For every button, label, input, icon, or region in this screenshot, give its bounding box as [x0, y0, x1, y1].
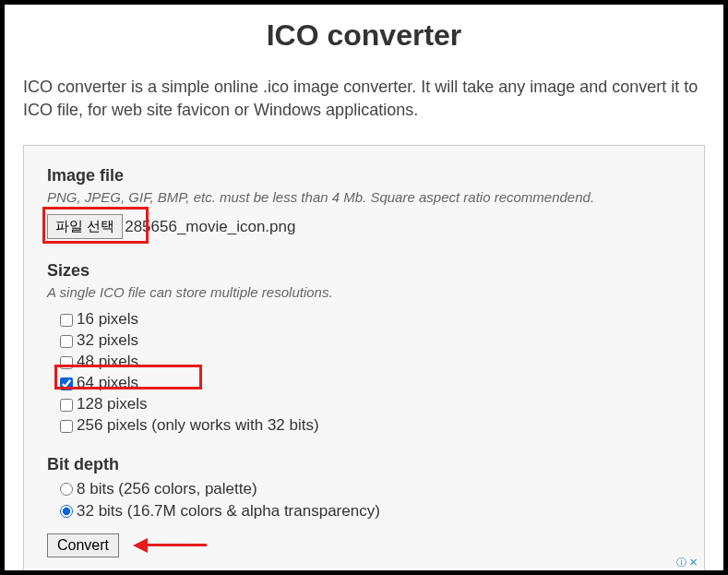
size-option-48[interactable]: 48 pixels [60, 352, 681, 373]
bitdepth-label: 32 bits (16.7M colors & alpha transparen… [77, 500, 380, 522]
sizes-list: 16 pixels 32 pixels 48 pixels 64 pixels … [60, 309, 681, 437]
size-checkbox-16[interactable] [60, 314, 73, 327]
size-label: 128 pixels [77, 394, 148, 415]
size-option-128[interactable]: 128 pixels [60, 394, 681, 415]
size-option-16[interactable]: 16 pixels [60, 309, 681, 330]
sizes-hint: A single ICO file can store multiple res… [47, 284, 681, 300]
size-label: 32 pixels [77, 330, 138, 352]
size-checkbox-48[interactable] [60, 356, 73, 369]
size-label: 64 pixels [77, 373, 138, 394]
size-label: 256 pixels (only works with 32 bits) [77, 415, 319, 437]
sizes-heading: Sizes [47, 261, 681, 281]
image-file-hint: PNG, JPEG, GIF, BMP, etc. must be less t… [47, 189, 681, 205]
image-file-heading: Image file [47, 166, 681, 186]
size-option-64[interactable]: 64 pixels [60, 373, 681, 394]
size-option-32[interactable]: 32 pixels [60, 330, 681, 352]
size-checkbox-128[interactable] [60, 399, 73, 412]
ad-marker[interactable]: ⓘ ✕ [676, 556, 698, 569]
bitdepth-list: 8 bits (256 colors, palette) 32 bits (16… [60, 478, 681, 522]
size-checkbox-64[interactable] [60, 377, 73, 390]
bitdepth-radio-8[interactable] [60, 483, 73, 496]
annotation-arrow-icon [133, 539, 207, 552]
size-label: 16 pixels [77, 309, 138, 330]
convert-button[interactable]: Convert [47, 533, 119, 557]
selected-file-name: 285656_movie_icon.png [125, 218, 295, 236]
size-option-256[interactable]: 256 pixels (only works with 32 bits) [60, 415, 681, 437]
page-title: ICO converter [23, 18, 705, 53]
bitdepth-radio-32[interactable] [60, 505, 73, 518]
bitdepth-label: 8 bits (256 colors, palette) [77, 478, 257, 500]
file-select-button[interactable]: 파일 선택 [47, 214, 123, 239]
bitdepth-heading: Bit depth [47, 455, 681, 474]
size-checkbox-256[interactable] [60, 420, 73, 433]
size-label: 48 pixels [77, 352, 138, 373]
page-description: ICO converter is a simple online .ico im… [23, 76, 705, 122]
converter-form: Image file PNG, JPEG, GIF, BMP, etc. mus… [23, 145, 705, 571]
size-checkbox-32[interactable] [60, 335, 73, 348]
bitdepth-option-8[interactable]: 8 bits (256 colors, palette) [60, 478, 681, 500]
bitdepth-option-32[interactable]: 32 bits (16.7M colors & alpha transparen… [60, 500, 681, 522]
